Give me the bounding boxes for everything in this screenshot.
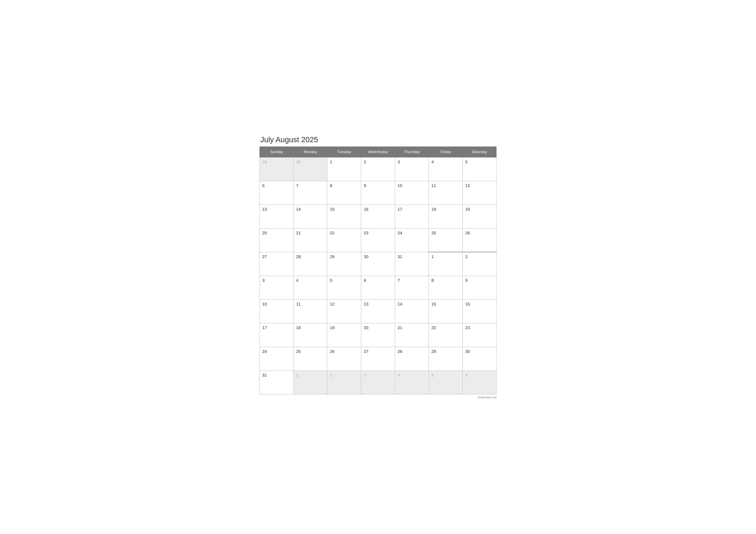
calendar-cell: 25 [429, 228, 463, 252]
calendar-row: 293012345 [260, 157, 497, 181]
calendar-cell: 4 [293, 276, 327, 299]
header-day-tuesday: Tuesday [327, 146, 361, 157]
calendar-row: 10111213141516 [260, 299, 497, 323]
calendar-cell: 27 [361, 347, 395, 370]
calendar-cell: 15 [327, 205, 361, 228]
calendar-cell: 2 [327, 370, 361, 394]
calendar-cell: 25 [293, 347, 327, 370]
calendar-cell: 18 [293, 323, 327, 347]
calendar-cell: 3 [395, 157, 429, 181]
calendar-cell: 30 [463, 347, 497, 370]
calendar-cell: 6 [463, 370, 497, 394]
calendar-cell: 29 [260, 157, 293, 181]
calendar-cell: 1 [327, 157, 361, 181]
calendar-cell: 2 [463, 252, 497, 276]
calendar-cell: 6 [260, 181, 293, 205]
calendar-row: 31123456 [260, 370, 497, 394]
calendar-cell: 20 [260, 228, 293, 252]
calendar-cell: 16 [361, 205, 395, 228]
calendar-cell: 22 [327, 228, 361, 252]
calendar-cell: 28 [293, 252, 327, 276]
calendar-cell: 11 [429, 181, 463, 205]
calendar-cell: 9 [463, 276, 497, 299]
calendar-cell: 19 [327, 323, 361, 347]
calendar-cell: 2 [361, 157, 395, 181]
calendar-cell: 9 [361, 181, 395, 205]
calendar-cell: 8 [429, 276, 463, 299]
calendar-row: 24252627282930 [260, 347, 497, 370]
calendar-cell: 13 [361, 299, 395, 323]
calendar-cell: 10 [395, 181, 429, 205]
calendar-row: 13141516171819 [260, 205, 497, 228]
calendar-header: SundayMondayTuesdayWednesdayThursdayFrid… [260, 146, 497, 157]
calendar-table: SundayMondayTuesdayWednesdayThursdayFrid… [259, 146, 497, 394]
calendar-wrapper: July August 2025 SundayMondayTuesdayWedn… [259, 135, 497, 399]
calendar-cell: 3 [260, 276, 293, 299]
footer-text: iCalendars.net [477, 396, 497, 399]
header-day-thursday: Thursday [395, 146, 429, 157]
calendar-cell: 17 [395, 205, 429, 228]
calendar-cell: 7 [395, 276, 429, 299]
calendar-cell: 26 [327, 347, 361, 370]
header-day-sunday: Sunday [260, 146, 293, 157]
calendar-row: 6789101112 [260, 181, 497, 205]
calendar-cell: 18 [429, 205, 463, 228]
calendar-cell: 22 [429, 323, 463, 347]
header-day-friday: Friday [429, 146, 463, 157]
calendar-cell: 23 [463, 323, 497, 347]
calendar-cell: 14 [293, 205, 327, 228]
calendar-cell: 31 [395, 252, 429, 276]
header-day-saturday: Saturday [463, 146, 497, 157]
calendar-cell: 29 [429, 347, 463, 370]
calendar-cell: 16 [463, 299, 497, 323]
calendar-cell: 4 [395, 370, 429, 394]
header-row: SundayMondayTuesdayWednesdayThursdayFrid… [260, 146, 497, 157]
calendar-row: 17181920212223 [260, 323, 497, 347]
calendar-cell: 21 [395, 323, 429, 347]
calendar-cell: 12 [463, 181, 497, 205]
calendar-cell: 27 [260, 252, 293, 276]
calendar-row: 3456789 [260, 276, 497, 299]
calendar-cell: 12 [327, 299, 361, 323]
calendar-footer: iCalendars.net [259, 396, 497, 399]
calendar-cell: 26 [463, 228, 497, 252]
calendar-cell: 13 [260, 205, 293, 228]
calendar-cell: 23 [361, 228, 395, 252]
calendar-cell: 28 [395, 347, 429, 370]
header-day-wednesday: Wednesday [361, 146, 395, 157]
calendar-cell: 31 [260, 370, 293, 394]
calendar-cell: 21 [293, 228, 327, 252]
calendar-cell: 30 [293, 157, 327, 181]
calendar-cell: 15 [429, 299, 463, 323]
calendar-row: 20212223242526 [260, 228, 497, 252]
calendar-cell: 10 [260, 299, 293, 323]
calendar-cell: 8 [327, 181, 361, 205]
calendar-title: July August 2025 [259, 135, 497, 144]
calendar-cell: 19 [463, 205, 497, 228]
calendar-cell: 5 [463, 157, 497, 181]
calendar-cell: 6 [361, 276, 395, 299]
calendar-cell: 24 [260, 347, 293, 370]
calendar-cell: 30 [361, 252, 395, 276]
calendar-cell: 24 [395, 228, 429, 252]
calendar-cell: 1 [293, 370, 327, 394]
calendar-cell: 3 [361, 370, 395, 394]
calendar-cell: 5 [327, 276, 361, 299]
calendar-row: 272829303112 [260, 252, 497, 276]
calendar-body: 2930123456789101112131415161718192021222… [260, 157, 497, 394]
calendar-cell: 17 [260, 323, 293, 347]
calendar-cell: 14 [395, 299, 429, 323]
calendar-cell: 5 [429, 370, 463, 394]
calendar-cell: 1 [429, 252, 463, 276]
header-day-monday: Monday [293, 146, 327, 157]
calendar-cell: 4 [429, 157, 463, 181]
calendar-cell: 20 [361, 323, 395, 347]
calendar-cell: 11 [293, 299, 327, 323]
calendar-cell: 7 [293, 181, 327, 205]
calendar-cell: 29 [327, 252, 361, 276]
